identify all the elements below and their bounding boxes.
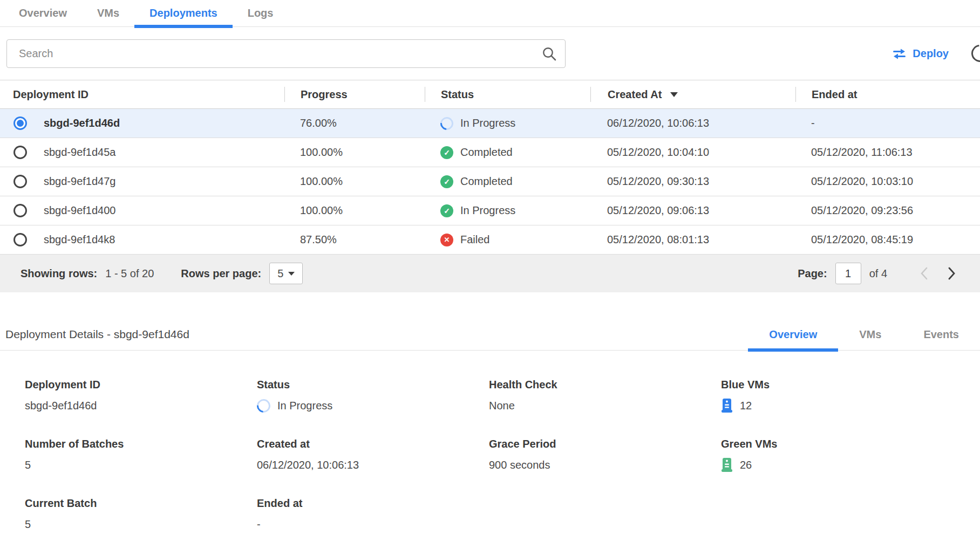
deploy-button[interactable]: Deploy [892, 47, 949, 60]
table-row[interactable]: sbgd-9ef1d45a 100.00% Completed 05/12/20… [0, 138, 980, 167]
created-at-value: 06/12/2020, 10:06:13 [590, 117, 795, 129]
field-value: 5 [25, 459, 31, 471]
deployment-id: sbgd-9ef1d400 [44, 204, 115, 217]
status-check-icon [440, 204, 453, 217]
details-tab-events[interactable]: Events [902, 328, 980, 350]
detail-field-current-batch: Current Batch 5 [25, 497, 257, 532]
table-row[interactable]: sbgd-9ef1d46d 76.00% In Progress 06/12/2… [0, 109, 980, 138]
status-label: In Progress [460, 204, 515, 217]
page-total: of 4 [869, 268, 887, 280]
status-check-icon [440, 175, 453, 188]
deploy-label: Deploy [913, 47, 949, 60]
details-title: Deployment Details - sbgd-9ef1d46d [5, 328, 189, 350]
refresh-icon[interactable] [968, 42, 980, 66]
detail-field-status: Status In Progress [257, 379, 489, 413]
status-label: Failed [460, 234, 489, 246]
rows-per-page-label: Rows per page: [181, 268, 261, 280]
deployment-id: sbgd-9ef1d46d [44, 117, 120, 129]
created-at-value: 05/12/2020, 10:04:10 [590, 146, 795, 159]
detail-field-number-of-batches: Number of Batches 5 [25, 438, 257, 472]
field-label: Green VMs [721, 438, 953, 450]
column-header-created-at[interactable]: Created At [590, 87, 795, 102]
field-label: Blue VMs [721, 379, 953, 391]
status-failed-icon [440, 234, 453, 246]
column-header-progress: Progress [284, 87, 425, 102]
tab-logs[interactable]: Logs [233, 0, 289, 26]
created-at-value: 05/12/2020, 08:01:13 [590, 234, 795, 246]
page-label: Page: [798, 268, 827, 280]
details-tab-overview[interactable]: Overview [748, 328, 838, 350]
row-radio[interactable] [13, 116, 27, 130]
deployment-details: Deployment Details - sbgd-9ef1d46d Overv… [0, 328, 980, 532]
ended-at-value: 05/12/2020, 11:06:13 [795, 146, 980, 159]
status-label: In Progress [460, 117, 515, 129]
detail-field-blue-vms: Blue VMs 12 [721, 379, 953, 413]
column-header-deployment-id: Deployment ID [0, 87, 284, 102]
search-icon[interactable] [542, 46, 557, 61]
created-at-value: 05/12/2020, 09:06:13 [590, 204, 795, 217]
deploy-swap-icon [892, 48, 907, 60]
deployments-table: Deployment ID Progress Status Created At… [0, 80, 980, 292]
field-value: - [257, 518, 261, 531]
table-row[interactable]: sbgd-9ef1d400 100.00% In Progress 05/12/… [0, 196, 980, 225]
ended-at-value: 05/12/2020, 09:23:56 [795, 204, 980, 217]
tab-deployments[interactable]: Deployments [134, 0, 233, 26]
detail-field-ended-at: Ended at - [257, 497, 489, 532]
deployment-id: sbgd-9ef1d4k8 [44, 234, 115, 246]
field-value: 26 [740, 459, 752, 471]
status-label: Completed [460, 146, 513, 159]
row-radio[interactable] [13, 146, 27, 159]
field-label: Created at [257, 438, 489, 450]
ended-at-value: - [795, 117, 980, 129]
sort-desc-icon [670, 92, 678, 97]
table-footer: Showing rows: 1 - 5 of 20 Rows per page:… [0, 255, 980, 292]
table-row[interactable]: sbgd-9ef1d4k8 87.50% Failed 05/12/2020, … [0, 225, 980, 255]
row-radio[interactable] [13, 233, 27, 246]
previous-page-button[interactable] [910, 263, 938, 284]
ended-at-value: 05/12/2020, 08:45:19 [795, 234, 980, 246]
chevron-down-icon [288, 272, 295, 276]
in-progress-spinner-icon [254, 396, 273, 415]
showing-rows-label: Showing rows: [21, 268, 97, 280]
field-label: Grace Period [489, 438, 721, 450]
search-input[interactable] [6, 39, 566, 68]
row-radio[interactable] [13, 175, 27, 188]
progress-value: 100.00% [284, 146, 425, 159]
table-header: Deployment ID Progress Status Created At… [0, 80, 980, 109]
vm-blue-icon [721, 398, 733, 413]
rows-per-page-select[interactable]: 5 [269, 263, 303, 284]
tab-overview[interactable]: Overview [4, 0, 82, 26]
created-at-value: 05/12/2020, 09:30:13 [590, 175, 795, 188]
detail-field-green-vms: Green VMs 26 [721, 438, 953, 472]
chevron-right-icon [947, 266, 957, 280]
status-spinner-icon [438, 114, 456, 133]
details-tab-vms[interactable]: VMs [838, 328, 902, 350]
details-tab-bar: OverviewVMsEvents [748, 328, 980, 350]
field-label: Ended at [257, 497, 489, 510]
chevron-left-icon [919, 266, 929, 280]
detail-field-health-check: Health Check None [489, 379, 721, 413]
field-value: 12 [740, 400, 752, 412]
field-label: Status [257, 379, 489, 391]
ended-at-value: 05/12/2020, 10:03:10 [795, 175, 980, 188]
field-label: Current Batch [25, 497, 257, 510]
pager: Page: of 4 [798, 263, 966, 284]
column-header-status: Status [425, 87, 590, 102]
status-check-icon [440, 146, 453, 159]
showing-rows-value: 1 - 5 of 20 [105, 268, 154, 280]
field-value: sbgd-9ef1d46d [25, 400, 97, 412]
field-value: In Progress [277, 400, 332, 412]
main-tab-bar: OverviewVMsDeploymentsLogs [0, 0, 980, 27]
tab-vms[interactable]: VMs [82, 0, 134, 26]
detail-field-deployment-id: Deployment ID sbgd-9ef1d46d [25, 379, 257, 413]
table-row[interactable]: sbgd-9ef1d47g 100.00% Completed 05/12/20… [0, 167, 980, 196]
next-page-button[interactable] [938, 263, 966, 284]
detail-field-grace-period: Grace Period 900 seconds [489, 438, 721, 472]
page-number-input[interactable] [835, 263, 861, 284]
row-radio[interactable] [13, 204, 27, 217]
field-label: Health Check [489, 379, 721, 391]
progress-value: 100.00% [284, 175, 425, 188]
details-fields: Deployment ID sbgd-9ef1d46d Status In Pr… [0, 351, 980, 532]
progress-value: 76.00% [284, 117, 425, 129]
search-box [6, 39, 566, 68]
